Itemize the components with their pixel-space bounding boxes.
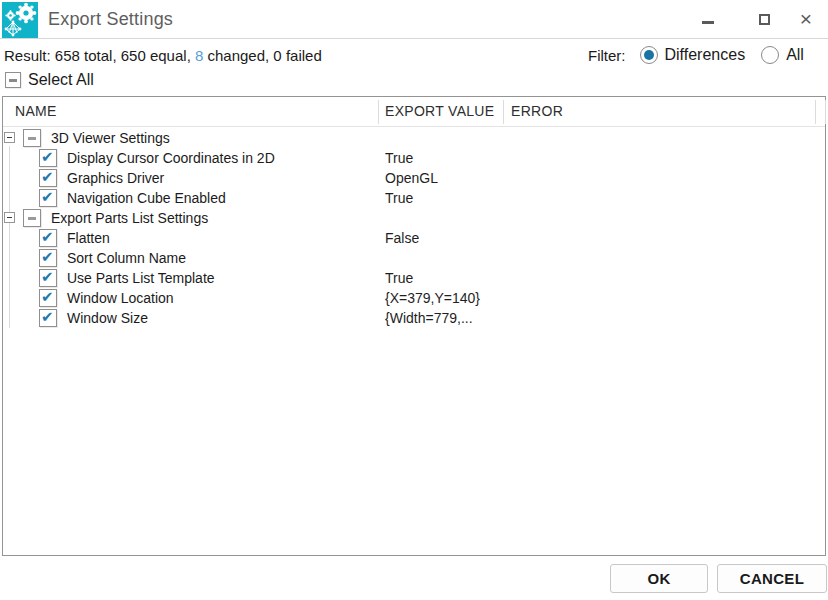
column-separator[interactable] <box>503 100 504 124</box>
table-row[interactable]: ✔ Navigation Cube Enabled True <box>3 188 825 208</box>
titlebar-separator <box>0 38 828 39</box>
select-all-checkbox[interactable] <box>5 72 21 88</box>
radio-differences[interactable] <box>640 46 658 64</box>
row-checkbox[interactable]: ✔ <box>39 169 57 187</box>
column-separator[interactable] <box>815 100 816 124</box>
row-checkbox[interactable]: ✔ <box>39 149 57 167</box>
table-row[interactable]: ✔ Use Parts List Template True <box>3 268 825 288</box>
maximize-icon <box>759 14 770 25</box>
result-suffix: changed, 0 failed <box>203 47 321 64</box>
setting-name: Sort Column Name <box>67 248 186 268</box>
check-icon: ✔ <box>41 267 54 287</box>
check-icon: ✔ <box>41 167 54 187</box>
radio-all[interactable] <box>761 46 779 64</box>
table-row[interactable]: ✔ Window Size {Width=779,... <box>3 308 825 328</box>
select-all-row: Select All <box>5 71 94 89</box>
cancel-button[interactable]: CANCEL <box>717 564 827 593</box>
export-value: False <box>385 228 419 248</box>
table-row[interactable]: ✔ Display Cursor Coordinates in 2D True <box>3 148 825 168</box>
setting-name: Window Size <box>67 308 148 328</box>
window-title: Export Settings <box>48 9 173 30</box>
group-label: Export Parts List Settings <box>51 208 208 228</box>
setting-name: Flatten <box>67 228 110 248</box>
collapse-expander-icon[interactable] <box>4 212 15 223</box>
table-header: NAME EXPORT VALUE ERROR <box>3 97 825 127</box>
indeterminate-icon <box>28 137 36 140</box>
row-checkbox[interactable]: ✔ <box>39 249 57 267</box>
indeterminate-icon <box>9 79 17 82</box>
collapse-expander-icon[interactable] <box>4 132 15 143</box>
check-icon: ✔ <box>41 187 54 207</box>
export-value: {Width=779,... <box>385 308 473 328</box>
indeterminate-icon <box>28 217 36 220</box>
group-label: 3D Viewer Settings <box>51 128 170 148</box>
row-checkbox[interactable]: ✔ <box>39 189 57 207</box>
check-icon: ✔ <box>41 227 54 247</box>
filter-group: Filter: Differences All <box>588 44 820 66</box>
close-icon: × <box>800 9 812 29</box>
setting-name: Window Location <box>67 288 174 308</box>
settings-table: NAME EXPORT VALUE ERROR 3D Viewer Settin… <box>2 96 826 556</box>
table-rows: 3D Viewer Settings ✔ Display Cursor Coor… <box>3 128 825 328</box>
row-checkbox[interactable]: ✔ <box>39 269 57 287</box>
check-icon: ✔ <box>41 147 54 167</box>
row-checkbox[interactable]: ✔ <box>39 229 57 247</box>
result-prefix: Result: 658 total, 650 equal, <box>4 47 195 64</box>
export-value: True <box>385 268 413 288</box>
column-header-error[interactable]: ERROR <box>511 103 563 119</box>
setting-name: Graphics Driver <box>67 168 164 188</box>
setting-name: Display Cursor Coordinates in 2D <box>67 148 275 168</box>
result-summary: Result: 658 total, 650 equal, 8 changed,… <box>4 47 322 64</box>
minus-icon <box>7 217 12 218</box>
row-checkbox[interactable]: ✔ <box>39 289 57 307</box>
close-button[interactable]: × <box>790 6 822 32</box>
setting-name: Navigation Cube Enabled <box>67 188 226 208</box>
table-row[interactable]: ✔ Flatten False <box>3 228 825 248</box>
group-checkbox[interactable] <box>23 209 41 227</box>
minus-icon <box>7 137 12 138</box>
setting-name: Use Parts List Template <box>67 268 215 288</box>
table-row[interactable]: ✔ Sort Column Name <box>3 248 825 268</box>
export-value: {X=379,Y=140} <box>385 288 480 308</box>
select-all-label[interactable]: Select All <box>28 71 94 89</box>
radio-all-label[interactable]: All <box>786 46 804 64</box>
row-checkbox[interactable]: ✔ <box>39 309 57 327</box>
radio-differences-label[interactable]: Differences <box>665 46 746 64</box>
column-separator <box>825 100 826 124</box>
maximize-button[interactable] <box>748 6 780 32</box>
column-header-name[interactable]: NAME <box>15 103 57 119</box>
export-value: OpenGL <box>385 168 438 188</box>
table-row[interactable]: ✔ Graphics Driver OpenGL <box>3 168 825 188</box>
table-row[interactable]: ✔ Window Location {X=379,Y=140} <box>3 288 825 308</box>
check-icon: ✔ <box>41 307 54 327</box>
app-icon <box>2 2 38 38</box>
export-value: True <box>385 148 413 168</box>
table-row-group[interactable]: Export Parts List Settings <box>3 208 825 228</box>
filter-label: Filter: <box>588 47 626 64</box>
ok-button[interactable]: OK <box>610 564 708 593</box>
export-value: True <box>385 188 413 208</box>
table-row-group[interactable]: 3D Viewer Settings <box>3 128 825 148</box>
column-separator[interactable] <box>378 100 379 124</box>
check-icon: ✔ <box>41 287 54 307</box>
check-icon: ✔ <box>41 247 54 267</box>
minimize-button[interactable] <box>692 6 724 32</box>
group-checkbox[interactable] <box>23 129 41 147</box>
column-header-export-value[interactable]: EXPORT VALUE <box>385 103 494 119</box>
minimize-icon <box>702 21 714 24</box>
